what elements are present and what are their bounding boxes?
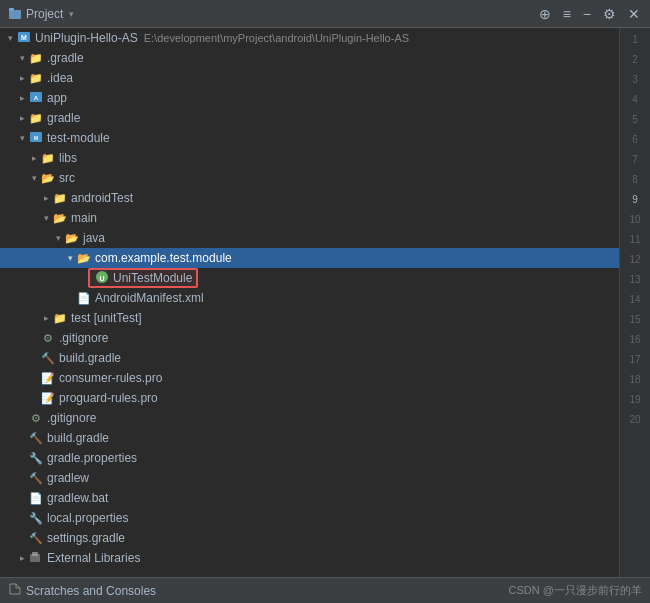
consumer-label: consumer-rules.pro <box>59 371 162 385</box>
tree-item-consumer[interactable]: 📝 consumer-rules.pro <box>0 368 619 388</box>
tree-item-localprops[interactable]: 🔧 local.properties <box>0 508 619 528</box>
tree-item-test[interactable]: 📁 test [unitTest] <box>0 308 619 328</box>
tree-item-external[interactable]: External Libraries <box>0 548 619 568</box>
src-label: src <box>59 171 75 185</box>
root-icon: M <box>16 30 32 46</box>
gradleprops-label: gradle.properties <box>47 451 137 465</box>
line-14: 14 <box>620 290 650 310</box>
panel-title-text: Project <box>26 7 63 21</box>
svg-text:A: A <box>34 95 39 101</box>
line-5: 5 <box>620 110 650 130</box>
buildgradle2-icon: 🔨 <box>28 430 44 446</box>
tree-item-androidtest[interactable]: 📁 androidTest <box>0 188 619 208</box>
settingsgradle-icon: 🔨 <box>28 530 44 546</box>
manifest-label: AndroidManifest.xml <box>95 291 204 305</box>
unitestmodule-icon: U <box>94 270 110 286</box>
androidtest-icon: 📁 <box>52 190 68 206</box>
line-13: 13 <box>620 270 650 290</box>
gradle-arrow <box>16 53 28 63</box>
external-label: External Libraries <box>47 551 140 565</box>
gitignore2-label: .gitignore <box>47 411 96 425</box>
line-3: 3 <box>620 70 650 90</box>
line-16: 16 <box>620 330 650 350</box>
line-15: 15 <box>620 310 650 330</box>
gitignore1-label: .gitignore <box>59 331 108 345</box>
settingsgradle-label: settings.gradle <box>47 531 125 545</box>
tree-item-gradle2[interactable]: 📁 gradle <box>0 108 619 128</box>
line-11: 11 <box>620 230 650 250</box>
line-20: 20 <box>620 410 650 430</box>
tree-item-package[interactable]: 📂 com.example.test.module <box>0 248 619 268</box>
src-arrow <box>28 173 40 183</box>
proguard-icon: 📝 <box>40 390 56 406</box>
project-icon <box>8 7 22 21</box>
androidtest-arrow <box>40 193 52 203</box>
tree-item-app[interactable]: A app <box>0 88 619 108</box>
tree-item-gitignore2[interactable]: ⚙ .gitignore <box>0 408 619 428</box>
tree-item-java[interactable]: 📂 java <box>0 228 619 248</box>
scratches-icon <box>8 582 22 599</box>
gradlew-label: gradlew <box>47 471 89 485</box>
line-17: 17 <box>620 350 650 370</box>
watermark-text: CSDN @一只漫步前行的羊 <box>509 584 642 596</box>
gradle2-icon: 📁 <box>28 110 44 126</box>
localprops-label: local.properties <box>47 511 128 525</box>
tree-item-buildgradle1[interactable]: 🔨 build.gradle <box>0 348 619 368</box>
test-module-arrow <box>16 133 28 143</box>
tree-item-unitestmodule[interactable]: U UniTestModule <box>0 268 619 288</box>
globe-icon[interactable]: ⊕ <box>537 4 553 24</box>
dropdown-arrow[interactable]: ▾ <box>69 9 74 19</box>
watermark: CSDN @一只漫步前行的羊 <box>509 583 642 598</box>
tree-item-idea[interactable]: 📁 .idea <box>0 68 619 88</box>
svg-rect-11 <box>32 552 38 556</box>
tree-item-proguard[interactable]: 📝 proguard-rules.pro <box>0 388 619 408</box>
gradle-label: .gradle <box>47 51 84 65</box>
root-arrow <box>4 33 16 43</box>
tree-root[interactable]: M UniPlugin-Hello-AS E:\development\myPr… <box>0 28 619 48</box>
line-2: 2 <box>620 50 650 70</box>
tree-item-buildgradle2[interactable]: 🔨 build.gradle <box>0 428 619 448</box>
unitestmodule-highlight: U UniTestModule <box>88 268 198 288</box>
tree-item-libs[interactable]: 📁 libs <box>0 148 619 168</box>
gitignore2-icon: ⚙ <box>28 410 44 426</box>
tree-item-settingsgradle[interactable]: 🔨 settings.gradle <box>0 528 619 548</box>
tree-item-gradle[interactable]: 📁 .gradle <box>0 48 619 68</box>
idea-label: .idea <box>47 71 73 85</box>
tree-item-main[interactable]: 📂 main <box>0 208 619 228</box>
libs-icon: 📁 <box>40 150 56 166</box>
gradle2-arrow <box>16 113 28 123</box>
folder-icon: 📁 <box>28 50 44 66</box>
test-arrow <box>40 313 52 323</box>
svg-text:M: M <box>34 135 38 141</box>
gradleprops-icon: 🔧 <box>28 450 44 466</box>
project-tree-panel: M UniPlugin-Hello-AS E:\development\myPr… <box>0 28 620 577</box>
bottom-bar: Scratches and Consoles CSDN @一只漫步前行的羊 <box>0 577 650 603</box>
manifest-icon: 📄 <box>76 290 92 306</box>
gradle2-label: gradle <box>47 111 80 125</box>
scratches-item[interactable]: Scratches and Consoles <box>8 582 156 599</box>
app-icon: A <box>28 90 44 106</box>
test-module-label: test-module <box>47 131 110 145</box>
main-arrow <box>40 213 52 223</box>
tree-item-gitignore1[interactable]: ⚙ .gitignore <box>0 328 619 348</box>
tree-item-src[interactable]: 📂 src <box>0 168 619 188</box>
tree-item-gradlewbat[interactable]: 📄 gradlew.bat <box>0 488 619 508</box>
gradlewbat-label: gradlew.bat <box>47 491 108 505</box>
root-label: UniPlugin-Hello-AS <box>35 31 138 45</box>
tree-item-gradleprops[interactable]: 🔧 gradle.properties <box>0 448 619 468</box>
tree-item-test-module[interactable]: M test-module <box>0 128 619 148</box>
tree-item-manifest[interactable]: 📄 AndroidManifest.xml <box>0 288 619 308</box>
gear-icon[interactable]: ⚙ <box>601 4 618 24</box>
idea-folder-icon: 📁 <box>28 70 44 86</box>
proguard-label: proguard-rules.pro <box>59 391 158 405</box>
libs-label: libs <box>59 151 77 165</box>
collapse-icon[interactable]: − <box>581 4 593 24</box>
main-label: main <box>71 211 97 225</box>
close-icon[interactable]: ✕ <box>626 4 642 24</box>
line-18: 18 <box>620 370 650 390</box>
line-numbers-panel: 1 2 3 4 5 6 7 8 9 10 11 12 13 14 15 16 1… <box>620 28 650 577</box>
list-icon[interactable]: ≡ <box>561 4 573 24</box>
tree-item-gradlew[interactable]: 🔨 gradlew <box>0 468 619 488</box>
svg-rect-0 <box>9 10 21 19</box>
toolbar: Project ▾ ⊕ ≡ − ⚙ ✕ <box>0 0 650 28</box>
